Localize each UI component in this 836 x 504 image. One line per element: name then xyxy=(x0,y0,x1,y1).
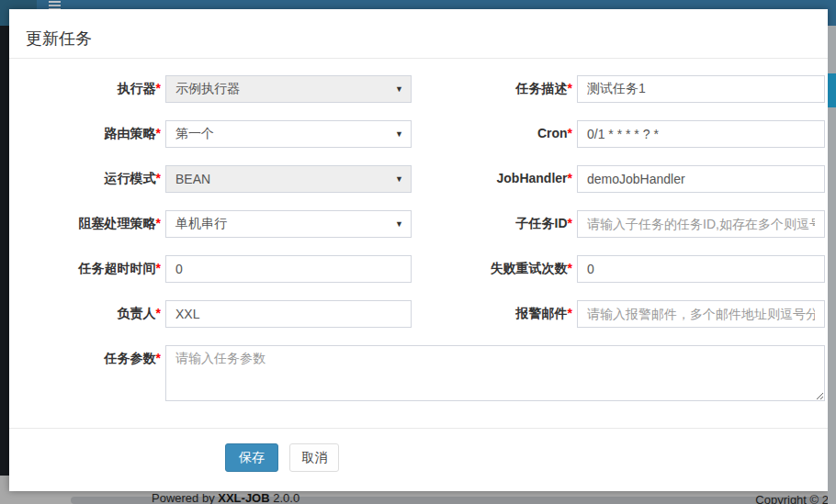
cron-input[interactable] xyxy=(577,120,825,148)
save-button[interactable]: 保存 xyxy=(225,443,278,472)
author-input[interactable] xyxy=(165,300,412,328)
chevron-down-icon: ▼ xyxy=(395,220,403,229)
retry-count-input[interactable] xyxy=(577,255,825,283)
alarm-email-input[interactable] xyxy=(577,300,825,328)
form-row: 阻塞处理策略* 单机串行▼ 子任务ID* xyxy=(9,210,828,238)
job-desc-input[interactable] xyxy=(577,75,825,103)
job-params-textarea[interactable] xyxy=(165,345,825,401)
modal-header-divider xyxy=(9,58,828,59)
update-job-form: 执行器* 示例执行器▼ 任务描述* 路由策略* 第一个▼ Cron* 运行模式*… xyxy=(9,75,828,422)
chevron-down-icon: ▼ xyxy=(395,130,403,139)
form-row: 运行模式* BEAN▼ JobHandler* xyxy=(9,165,828,193)
footer-brand: XXL-JOB xyxy=(218,491,269,504)
form-row: 执行器* 示例执行器▼ 任务描述* xyxy=(9,75,828,103)
glue-type-label: 运行模式* xyxy=(9,165,165,187)
footer-powered-text: Powered by XXL-JOB 2.0.0 xyxy=(152,491,299,504)
chevron-down-icon: ▼ xyxy=(395,85,403,94)
form-row: 负责人* 报警邮件* xyxy=(9,300,828,328)
jobhandler-label: JobHandler* xyxy=(412,165,577,185)
executor-select[interactable]: 示例执行器▼ xyxy=(165,75,412,103)
cancel-button[interactable]: 取消 xyxy=(289,443,339,472)
route-strategy-select[interactable]: 第一个▼ xyxy=(165,120,412,148)
job-params-label: 任务参数* xyxy=(9,345,165,367)
block-strategy-label: 阻塞处理策略* xyxy=(9,210,165,232)
footer-copyright-text: Copyright © 2 xyxy=(755,493,829,504)
timeout-label: 任务超时时间* xyxy=(9,255,165,277)
alarm-email-label: 报警邮件* xyxy=(412,300,577,322)
chevron-down-icon: ▼ xyxy=(395,175,403,184)
job-desc-label: 任务描述* xyxy=(412,75,577,97)
timeout-input[interactable] xyxy=(165,255,412,283)
route-strategy-label: 路由策略* xyxy=(9,120,165,142)
cron-label: Cron* xyxy=(412,120,577,140)
update-job-modal: 更新任务 执行器* 示例执行器▼ 任务描述* 路由策略* 第一个▼ Cron* … xyxy=(9,9,828,491)
jobhandler-input[interactable] xyxy=(577,165,825,193)
child-jobid-label: 子任务ID* xyxy=(412,210,577,232)
form-row: 任务超时时间* 失败重试次数* xyxy=(9,255,828,283)
vertical-scrollbar-track[interactable] xyxy=(828,26,836,504)
modal-button-row: 保存 取消 xyxy=(225,443,339,472)
vertical-scrollbar-thumb[interactable] xyxy=(828,73,836,107)
author-label: 负责人* xyxy=(9,300,165,322)
child-jobid-input[interactable] xyxy=(577,210,825,238)
modal-footer-divider xyxy=(9,428,828,429)
form-row: 路由策略* 第一个▼ Cron* xyxy=(9,120,828,148)
block-strategy-select[interactable]: 单机串行▼ xyxy=(165,210,412,238)
sidebar-edge xyxy=(0,26,9,476)
executor-label: 执行器* xyxy=(9,75,165,97)
modal-title: 更新任务 xyxy=(26,28,92,50)
glue-type-select[interactable]: BEAN▼ xyxy=(165,165,412,193)
form-row: 任务参数* xyxy=(9,345,828,405)
retry-count-label: 失败重试次数* xyxy=(412,255,577,277)
